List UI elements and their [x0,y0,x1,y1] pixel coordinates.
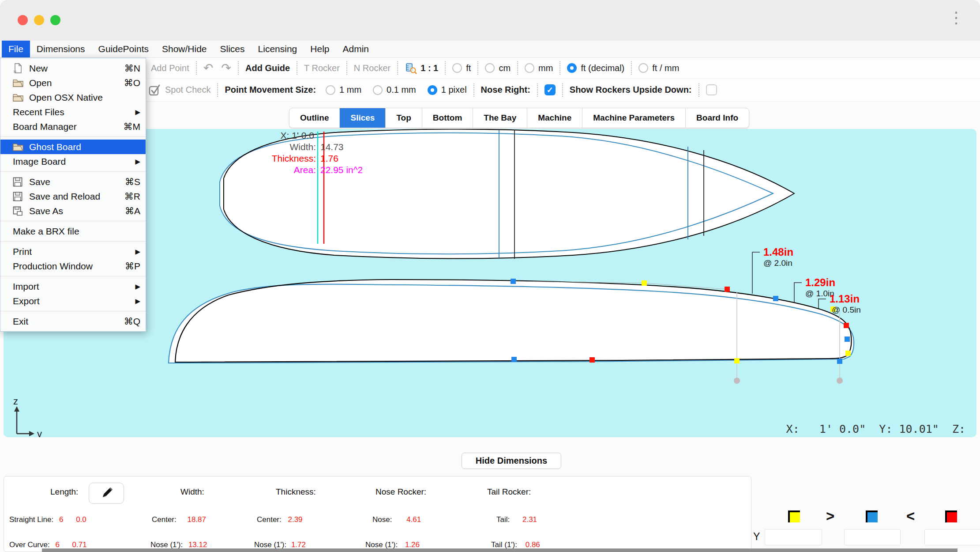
more-options-icon[interactable]: ⋮ [948,10,964,26]
tab-top[interactable]: Top [385,108,421,128]
n-rocker-button[interactable]: N Rocker [354,63,390,73]
add-point-button[interactable]: Add Point [151,63,189,73]
unit-radio-ft-mm[interactable]: ft / mm [638,63,679,73]
undo-icon[interactable]: ↶ [203,61,220,75]
yellow-point-y-input[interactable] [765,529,822,545]
tab-machine-parameters[interactable]: Machine Parameters [582,108,685,128]
menubar-item-admin[interactable]: Admin [336,41,376,57]
menu-item-save-as[interactable]: Save As ⌘A [0,204,146,218]
blue-point-swatch[interactable] [866,510,878,522]
control-point-blue[interactable] [511,357,517,362]
control-point-blue[interactable] [773,296,778,301]
tab-slices[interactable]: Slices [339,108,385,128]
cursor-coordinates-readout: X: 1' 0.0" Y: 10.01" Z: [786,423,965,435]
menubar-item-guidepoints[interactable]: GuidePoints [92,41,155,57]
spot-check-icon[interactable] [148,84,161,96]
zoom-window-button[interactable] [50,15,60,25]
t-rocker-button[interactable]: T Rocker [304,63,340,73]
tab-bottom[interactable]: Bottom [422,108,473,128]
menu-item-print[interactable]: Print ▶ [0,244,146,259]
toolbar-separator [238,61,239,75]
slice-thickness-label: Thickness: [272,153,316,163]
drop-line-right-handle[interactable] [837,378,843,384]
close-window-button[interactable] [18,15,28,25]
radio-icon[interactable] [485,63,495,73]
straight-line-row: Straight Line: 6 0.0 [9,515,86,524]
radio-icon[interactable] [326,85,335,95]
movement-radio-01mm[interactable]: 0.1 mm [373,85,416,95]
movement-radio-1mm[interactable]: 1 mm [326,85,361,95]
control-point-red[interactable] [590,357,595,363]
scale-ruler-icon[interactable] [405,62,417,74]
tab-outline[interactable]: Outline [289,108,339,128]
menu-item-open-osx-native[interactable]: Open OSX Native [0,90,146,105]
movement-radio-1pixel[interactable]: 1 pixel [428,85,467,95]
menu-item-open[interactable]: Open ⌘O [0,76,146,90]
show-rockers-upside-down-checkbox[interactable] [706,84,717,95]
menu-item-import[interactable]: Import ▶ [0,279,146,294]
radio-selected-icon[interactable] [428,85,437,95]
red-point-y-input[interactable] [924,529,980,545]
menubar-item-file[interactable]: File [2,41,30,57]
control-point-blue[interactable] [845,336,850,342]
redo-icon[interactable]: ↷ [221,61,237,75]
add-guide-button[interactable]: Add Guide [245,63,290,73]
control-point-yellow[interactable] [734,358,740,363]
menu-item-exit[interactable]: Exit ⌘Q [0,314,146,329]
spot-check-label[interactable]: Spot Check [165,85,210,95]
radio-icon[interactable] [452,63,462,73]
radio-icon[interactable] [525,63,534,73]
previous-point-arrow[interactable]: < [906,508,915,525]
menubar-item-dimensions[interactable]: Dimensions [30,41,92,57]
unit-radio-ft[interactable]: ft [452,63,471,73]
menu-item-label: Save [29,177,50,187]
menu-item-export[interactable]: Export ▶ [0,294,146,308]
app-window: ⋮ File Dimensions GuidePoints Show/Hide … [0,0,980,552]
unit-radio-ft-decimal[interactable]: ft (decimal) [567,63,624,73]
menubar-item-slices[interactable]: Slices [214,41,252,57]
radio-selected-icon[interactable] [567,63,577,73]
menu-item-production-window[interactable]: Production Window ⌘P [0,259,146,273]
control-point-blue[interactable] [837,359,842,364]
unit-radio-mm[interactable]: mm [525,63,553,73]
tab-machine[interactable]: Machine [527,108,582,128]
menu-item-make-brx-file[interactable]: Make a BRX file [0,224,146,238]
callout-1-value: 1.48in [763,246,793,258]
control-point-blue[interactable] [511,279,516,284]
control-point-red[interactable] [844,323,849,328]
tab-board-info[interactable]: Board Info [685,108,749,128]
blue-point-y-input[interactable] [844,529,901,545]
unit-radio-cm[interactable]: cm [485,63,511,73]
radio-icon[interactable] [638,63,648,73]
unit-radio-label: ft [466,63,471,73]
radio-icon[interactable] [373,85,383,95]
submenu-arrow-icon: ▶ [135,108,140,116]
tab-the-bay[interactable]: The Bay [473,108,527,128]
drop-line-left-handle[interactable] [734,378,740,384]
menu-item-save[interactable]: Save ⌘S [0,174,146,189]
menubar-item-help[interactable]: Help [304,41,336,57]
nose-right-checkbox[interactable]: ✓ [544,84,556,95]
menu-item-recent-files[interactable]: Recent Files ▶ [0,105,146,119]
callout-leader-3 [819,299,826,308]
red-point-swatch[interactable] [945,510,957,522]
menubar-item-showhide[interactable]: Show/Hide [155,41,214,57]
edit-length-button[interactable] [89,483,124,504]
control-point-red[interactable] [725,287,730,292]
control-point-yellow[interactable] [642,280,647,286]
menubar-item-licensing[interactable]: Licensing [252,41,304,57]
menu-item-board-manager[interactable]: Board Manager ⌘M [0,119,146,134]
yellow-point-swatch[interactable] [788,510,800,522]
menu-item-image-board[interactable]: Image Board ▶ [0,154,146,169]
axis-z-label: z [13,396,18,407]
next-point-arrow[interactable]: > [826,508,834,525]
toolbar-separator [346,61,347,75]
menu-item-new[interactable]: ✳ New ⌘N [0,61,146,76]
design-canvas[interactable]: X: 1' 0.0 Width: 14.73 Thickness: 1.76 A… [4,129,976,437]
control-point-yellow[interactable] [845,351,851,356]
menu-item-ghost-board[interactable]: Ghost Board [0,140,146,154]
hide-dimensions-button[interactable]: Hide Dimensions [462,453,561,469]
tail-rocker-header: Tail Rocker: [487,487,531,497]
menu-item-save-and-reload[interactable]: Save and Reload ⌘R [0,189,146,204]
minimize-window-button[interactable] [34,15,44,25]
